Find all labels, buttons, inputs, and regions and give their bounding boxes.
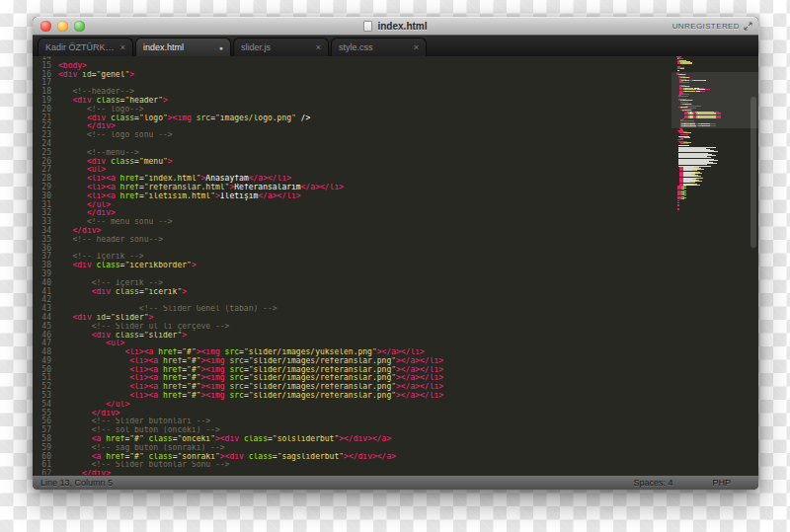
code-line: 28<li><a href="index.html">Anasayfam</a>… <box>33 175 672 184</box>
code-line: 23<!-- logo sonu --> <box>33 131 672 140</box>
code-line: 51<li><a href="#"><img src="slider/image… <box>33 374 672 383</box>
minimap-line <box>677 198 684 199</box>
close-tab-icon[interactable]: × <box>120 42 125 52</box>
code-line: 35<!-- header sonu--> <box>33 236 672 245</box>
minimap-line <box>677 63 692 64</box>
tab-label: slider.js <box>241 42 271 52</box>
code-line: 25<!--menü--> <box>33 149 672 158</box>
tab-slider-js[interactable]: slider.js× <box>233 38 329 56</box>
minimap-line <box>680 104 692 105</box>
code-line: 46<div class="slider"> <box>33 332 672 341</box>
code-line: 24 <box>33 140 672 149</box>
code-line: 54</ul> <box>33 401 672 410</box>
code-line: 22</div> <box>33 122 672 131</box>
window-title-text: index.html <box>377 21 427 32</box>
code-line: 31</ul> <box>33 201 672 210</box>
code-line: 17 <box>33 79 672 88</box>
code-line: 52<li><a href="#"><img src="slider/image… <box>33 383 672 392</box>
line-number: 62 <box>33 470 58 475</box>
code-line: 57<!-- sol buton (önceki) --> <box>33 426 672 435</box>
document-icon <box>363 21 372 32</box>
code-line: 41<div class="icerik"> <box>33 288 672 297</box>
minimap-line <box>677 68 685 69</box>
code-line: 36 <box>33 245 672 254</box>
code-line: 21<div class="logo"><img src="images/log… <box>33 114 672 123</box>
code-line: 26<div class="menu"> <box>33 158 672 167</box>
minimap-line <box>677 205 679 206</box>
indent-setting[interactable]: Spaces: 4 <box>633 478 672 488</box>
code-line: 60<a href="#" class="sonraki"><div class… <box>33 453 672 462</box>
tab-label: index.html <box>143 42 184 52</box>
code-line: 15<body> <box>33 62 672 71</box>
code-line: 20<!-- logo--> <box>33 106 672 114</box>
minimap-line <box>678 96 688 97</box>
desktop: { "window": { "title": "index.html", "re… <box>0 0 790 532</box>
zoom-window-button[interactable] <box>74 21 85 32</box>
code-line: 32</div> <box>33 209 672 218</box>
code-line: 61<!-- Slider butonlar Sonu --> <box>33 461 672 470</box>
registration-status: UNREGISTERED <box>672 22 740 31</box>
tab-style-css[interactable]: style.css× <box>331 38 427 56</box>
code-line: 56<!-- Slider butonları --> <box>33 418 672 426</box>
tab-index-html[interactable]: index.html● <box>135 38 231 56</box>
caret-position: Line 13, Column 5 <box>40 478 113 488</box>
minimap-line <box>679 91 705 92</box>
scrollbar-thumb[interactable] <box>750 97 756 248</box>
minimap-line <box>680 134 688 135</box>
tab-label: style.css <box>339 42 373 52</box>
code-line: 37<!-- İçerik --> <box>33 253 672 262</box>
code-line: 29<li><a href="referanslar.html">Referan… <box>33 184 672 192</box>
minimap[interactable] <box>672 56 758 475</box>
code-line: 49<li><a href="#"><img src="slider/image… <box>33 357 672 366</box>
tab-label: Kadir ÖZTÜRK.html <box>45 42 115 52</box>
code-line: 58<a href="#" class="onceki"><div class=… <box>33 435 672 444</box>
code-lines: 1415<body>16<div id="genel">1718<!--head… <box>33 56 672 475</box>
code-line: 44<div id="slider"> <box>33 314 672 323</box>
minimap-line <box>677 70 679 71</box>
minimap-line <box>676 74 686 75</box>
code-line: 45<!-- Slider ul li çerçeve --> <box>33 323 672 332</box>
code-line: 53<li><a href="#"><img src="slider/image… <box>33 392 672 401</box>
minimap-line <box>677 202 679 203</box>
code-line: 33<!-- menü sonu --> <box>33 218 672 227</box>
minimap-line <box>679 80 706 81</box>
minimap-line <box>678 100 693 101</box>
close-tab-icon[interactable]: × <box>316 42 321 52</box>
modified-dot-icon[interactable]: ● <box>219 44 223 51</box>
syntax-selector[interactable]: PHP <box>712 478 731 488</box>
code-line: 34</div> <box>33 227 672 236</box>
minimap-line <box>684 117 721 118</box>
code-line: 42 <box>33 296 672 305</box>
window-title: index.html <box>363 21 427 32</box>
resize-icon[interactable] <box>744 22 752 31</box>
title-bar[interactable]: index.html UNREGISTERED <box>33 17 758 36</box>
code-line: 47<ul> <box>33 340 672 348</box>
traffic-lights <box>40 17 85 36</box>
minimap-line <box>677 209 679 210</box>
sublime-text-window: index.html UNREGISTERED Kadir ÖZTÜRK.htm… <box>33 17 758 490</box>
close-window-button[interactable] <box>40 21 51 32</box>
code-line: 50<li><a href="#"><img src="slider/image… <box>33 366 672 375</box>
minimize-window-button[interactable] <box>57 21 68 32</box>
code-line: 48<li><a href="#"><img src="slider/image… <box>33 348 672 357</box>
minimap-line <box>680 143 688 144</box>
code-line: 19<div class="header"> <box>33 97 672 106</box>
code-line: 39 <box>33 270 672 279</box>
code-line: 40<!-- İçerik --> <box>33 279 672 288</box>
code-line: 16<div id="genel"> <box>33 71 672 80</box>
minimap-line <box>679 82 689 83</box>
editor[interactable]: 1415<body>16<div id="genel">1718<!--head… <box>33 56 672 475</box>
code-line: 38<div class="icerikborder"> <box>33 262 672 270</box>
code-line: 62</div> <box>33 470 672 475</box>
status-bar: Line 13, Column 5 Spaces: 4 PHP <box>33 475 758 490</box>
tab-bar: Kadir ÖZTÜRK.html×index.html●slider.js×s… <box>33 36 758 56</box>
close-tab-icon[interactable]: × <box>414 42 419 52</box>
code-line: 59<!-- sag buton (sonraki) --> <box>33 444 672 453</box>
minimap-line <box>680 126 696 127</box>
code-line: 18<!--header--> <box>33 88 672 97</box>
code-line: 43<!-- Slider Genel (taban) --> <box>33 305 672 314</box>
code-line: 55</div> <box>33 410 672 418</box>
tab-kadir-zt-rk-html[interactable]: Kadir ÖZTÜRK.html× <box>38 38 133 56</box>
code-line: 30<li><a href="iletisim.html">İletişim</… <box>33 192 672 201</box>
code-line: 27<ul> <box>33 166 672 175</box>
